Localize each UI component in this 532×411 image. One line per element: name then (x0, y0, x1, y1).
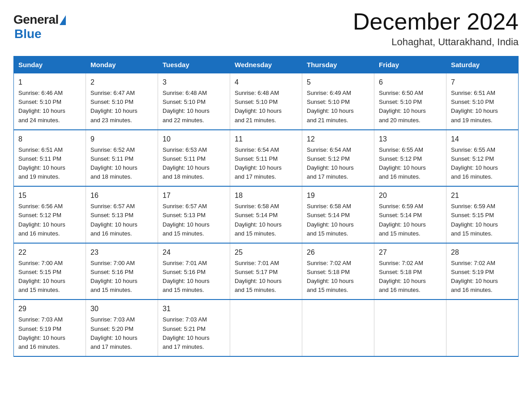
day-number: 28 (451, 247, 514, 258)
day-info: Sunrise: 7:03 AMSunset: 5:19 PMDaylight:… (18, 315, 81, 351)
calendar-cell (446, 300, 519, 356)
calendar-cell: 30Sunrise: 7:03 AMSunset: 5:20 PMDayligh… (86, 300, 158, 356)
day-number: 30 (90, 304, 153, 314)
calendar-cell: 9Sunrise: 6:52 AMSunset: 5:11 PMDaylight… (86, 130, 158, 187)
calendar-table: Sunday Monday Tuesday Wednesday Thursday… (13, 56, 519, 357)
calendar-cell: 5Sunrise: 6:49 AMSunset: 5:10 PMDaylight… (302, 73, 374, 130)
calendar-cell: 11Sunrise: 6:54 AMSunset: 5:11 PMDayligh… (230, 130, 302, 187)
calendar-cell: 18Sunrise: 6:58 AMSunset: 5:14 PMDayligh… (230, 186, 302, 243)
calendar-subtitle: Lohaghat, Uttarakhand, India (353, 36, 519, 48)
day-info: Sunrise: 6:58 AMSunset: 5:14 PMDaylight:… (307, 202, 369, 238)
calendar-cell: 31Sunrise: 7:03 AMSunset: 5:21 PMDayligh… (158, 300, 230, 356)
day-info: Sunrise: 6:58 AMSunset: 5:14 PMDaylight:… (235, 202, 297, 238)
calendar-week-row: 29Sunrise: 7:03 AMSunset: 5:19 PMDayligh… (14, 300, 519, 356)
calendar-cell: 24Sunrise: 7:01 AMSunset: 5:16 PMDayligh… (158, 243, 230, 300)
logo-general-text: General (13, 13, 59, 27)
logo-triangle-icon (60, 15, 66, 25)
day-info: Sunrise: 7:02 AMSunset: 5:19 PMDaylight:… (451, 259, 514, 295)
day-number: 20 (379, 190, 442, 201)
calendar-cell: 23Sunrise: 7:00 AMSunset: 5:16 PMDayligh… (86, 243, 158, 300)
logo-blue-text: Blue (14, 27, 42, 41)
calendar-cell (302, 300, 374, 356)
day-info: Sunrise: 6:57 AMSunset: 5:13 PMDaylight:… (90, 202, 153, 238)
day-info: Sunrise: 6:47 AMSunset: 5:10 PMDaylight:… (90, 89, 153, 125)
calendar-week-row: 22Sunrise: 7:00 AMSunset: 5:15 PMDayligh… (14, 243, 519, 300)
day-info: Sunrise: 6:48 AMSunset: 5:10 PMDaylight:… (163, 89, 225, 125)
day-number: 22 (18, 247, 81, 258)
day-number: 3 (163, 77, 225, 88)
day-number: 31 (163, 304, 225, 314)
day-number: 25 (235, 247, 297, 258)
day-number: 7 (451, 77, 514, 88)
day-number: 26 (307, 247, 369, 258)
day-number: 14 (451, 134, 514, 145)
day-info: Sunrise: 6:54 AMSunset: 5:12 PMDaylight:… (307, 146, 369, 182)
day-info: Sunrise: 6:59 AMSunset: 5:14 PMDaylight:… (379, 202, 442, 238)
day-number: 9 (90, 134, 153, 145)
day-info: Sunrise: 6:53 AMSunset: 5:11 PMDaylight:… (163, 146, 225, 182)
calendar-cell: 17Sunrise: 6:57 AMSunset: 5:13 PMDayligh… (158, 186, 230, 243)
calendar-cell: 4Sunrise: 6:48 AMSunset: 5:10 PMDaylight… (230, 73, 302, 130)
day-number: 8 (18, 134, 81, 145)
day-info: Sunrise: 6:49 AMSunset: 5:10 PMDaylight:… (307, 89, 369, 125)
day-info: Sunrise: 7:01 AMSunset: 5:17 PMDaylight:… (235, 259, 297, 295)
day-number: 4 (235, 77, 297, 88)
calendar-cell: 27Sunrise: 7:02 AMSunset: 5:18 PMDayligh… (374, 243, 446, 300)
day-info: Sunrise: 6:48 AMSunset: 5:10 PMDaylight:… (235, 89, 297, 125)
day-info: Sunrise: 6:59 AMSunset: 5:15 PMDaylight:… (451, 202, 514, 238)
calendar-cell: 2Sunrise: 6:47 AMSunset: 5:10 PMDaylight… (86, 73, 158, 130)
day-number: 1 (18, 77, 81, 88)
day-number: 24 (163, 247, 225, 258)
calendar-cell: 26Sunrise: 7:02 AMSunset: 5:18 PMDayligh… (302, 243, 374, 300)
calendar-cell: 28Sunrise: 7:02 AMSunset: 5:19 PMDayligh… (446, 243, 519, 300)
day-number: 2 (90, 77, 153, 88)
day-number: 11 (235, 134, 297, 145)
day-number: 15 (18, 190, 81, 201)
day-number: 27 (379, 247, 442, 258)
calendar-cell: 1Sunrise: 6:46 AMSunset: 5:10 PMDaylight… (14, 73, 86, 130)
calendar-cell: 29Sunrise: 7:03 AMSunset: 5:19 PMDayligh… (14, 300, 86, 356)
day-number: 16 (90, 190, 153, 201)
calendar-title: December 2024 (353, 9, 519, 34)
logo: General Blue (13, 9, 66, 41)
header-wednesday: Wednesday (230, 56, 302, 73)
calendar-week-row: 8Sunrise: 6:51 AMSunset: 5:11 PMDaylight… (14, 130, 519, 187)
day-info: Sunrise: 6:57 AMSunset: 5:13 PMDaylight:… (163, 202, 225, 238)
day-info: Sunrise: 7:03 AMSunset: 5:20 PMDaylight:… (90, 315, 153, 351)
calendar-cell: 6Sunrise: 6:50 AMSunset: 5:10 PMDaylight… (374, 73, 446, 130)
day-number: 12 (307, 134, 369, 145)
day-info: Sunrise: 6:52 AMSunset: 5:11 PMDaylight:… (90, 146, 153, 182)
day-info: Sunrise: 7:00 AMSunset: 5:16 PMDaylight:… (90, 259, 153, 295)
day-info: Sunrise: 6:56 AMSunset: 5:12 PMDaylight:… (18, 202, 81, 238)
header-thursday: Thursday (302, 56, 374, 73)
header-saturday: Saturday (446, 56, 519, 73)
day-number: 21 (451, 190, 514, 201)
day-info: Sunrise: 7:01 AMSunset: 5:16 PMDaylight:… (163, 259, 225, 295)
calendar-cell: 25Sunrise: 7:01 AMSunset: 5:17 PMDayligh… (230, 243, 302, 300)
day-number: 13 (379, 134, 442, 145)
calendar-cell: 10Sunrise: 6:53 AMSunset: 5:11 PMDayligh… (158, 130, 230, 187)
day-info: Sunrise: 6:51 AMSunset: 5:10 PMDaylight:… (451, 89, 514, 125)
calendar-cell: 3Sunrise: 6:48 AMSunset: 5:10 PMDaylight… (158, 73, 230, 130)
calendar-cell: 8Sunrise: 6:51 AMSunset: 5:11 PMDaylight… (14, 130, 86, 187)
day-info: Sunrise: 6:50 AMSunset: 5:10 PMDaylight:… (379, 89, 442, 125)
calendar-cell: 13Sunrise: 6:55 AMSunset: 5:12 PMDayligh… (374, 130, 446, 187)
title-block: December 2024 Lohaghat, Uttarakhand, Ind… (353, 9, 519, 48)
header-sunday: Sunday (14, 56, 86, 73)
calendar-cell: 14Sunrise: 6:55 AMSunset: 5:12 PMDayligh… (446, 130, 519, 187)
day-info: Sunrise: 7:03 AMSunset: 5:21 PMDaylight:… (163, 315, 225, 351)
header-monday: Monday (86, 56, 158, 73)
header-tuesday: Tuesday (158, 56, 230, 73)
day-info: Sunrise: 6:46 AMSunset: 5:10 PMDaylight:… (18, 89, 81, 125)
day-info: Sunrise: 7:02 AMSunset: 5:18 PMDaylight:… (307, 259, 369, 295)
day-number: 23 (90, 247, 153, 258)
day-number: 10 (163, 134, 225, 145)
day-info: Sunrise: 6:51 AMSunset: 5:11 PMDaylight:… (18, 146, 81, 182)
calendar-cell: 16Sunrise: 6:57 AMSunset: 5:13 PMDayligh… (86, 186, 158, 243)
day-number: 17 (163, 190, 225, 201)
calendar-cell: 22Sunrise: 7:00 AMSunset: 5:15 PMDayligh… (14, 243, 86, 300)
calendar-cell: 7Sunrise: 6:51 AMSunset: 5:10 PMDaylight… (446, 73, 519, 130)
calendar-cell (230, 300, 302, 356)
calendar-week-row: 1Sunrise: 6:46 AMSunset: 5:10 PMDaylight… (14, 73, 519, 130)
calendar-cell: 19Sunrise: 6:58 AMSunset: 5:14 PMDayligh… (302, 186, 374, 243)
